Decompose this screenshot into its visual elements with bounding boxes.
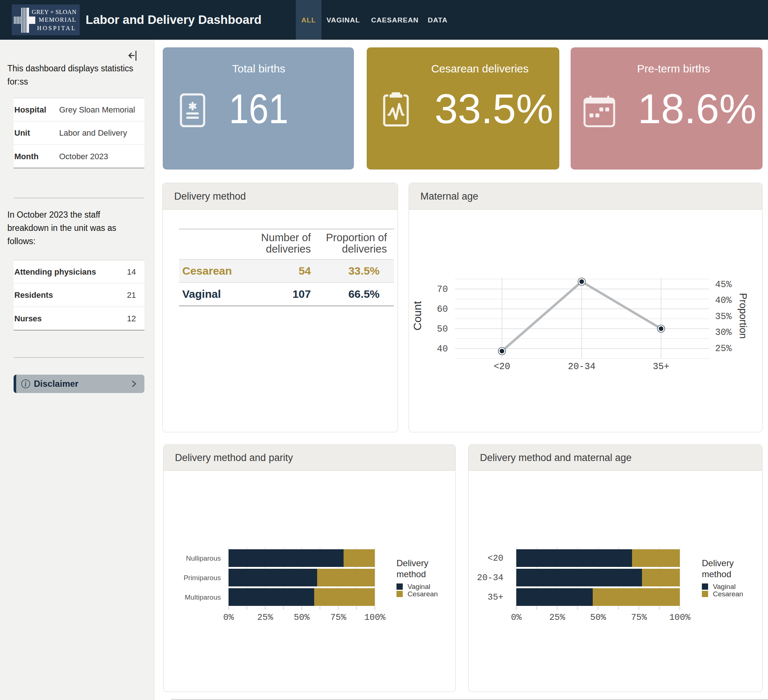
svg-text:HOSPITAL: HOSPITAL xyxy=(37,25,77,32)
svg-text:Multiparous: Multiparous xyxy=(185,593,221,601)
svg-text:50: 50 xyxy=(437,324,448,335)
svg-text:75%: 75% xyxy=(631,612,647,622)
svg-text:Vaginal: Vaginal xyxy=(713,583,736,590)
svg-text:45%: 45% xyxy=(715,279,732,290)
svg-text:25%: 25% xyxy=(257,612,274,622)
svg-text:Count: Count xyxy=(411,301,423,330)
svg-text:Proportion: Proportion xyxy=(738,293,749,339)
svg-text:50%: 50% xyxy=(294,612,310,622)
svg-text:60: 60 xyxy=(437,304,448,315)
svg-text:Nulliparous: Nulliparous xyxy=(186,554,221,562)
svg-text:100%: 100% xyxy=(364,612,386,622)
svg-text:Delivery: Delivery xyxy=(702,558,734,568)
svg-text:method: method xyxy=(702,569,731,579)
svg-text:25%: 25% xyxy=(715,343,732,354)
svg-text:<20: <20 xyxy=(488,553,503,563)
svg-text:GREY + SLOAN: GREY + SLOAN xyxy=(32,8,77,16)
svg-text:40: 40 xyxy=(437,344,448,354)
svg-text:0%: 0% xyxy=(223,612,234,622)
svg-text:70: 70 xyxy=(437,284,448,295)
svg-text:Primiparous: Primiparous xyxy=(184,574,221,581)
svg-text:Delivery: Delivery xyxy=(397,558,429,568)
svg-text:30%: 30% xyxy=(715,327,732,338)
svg-text:MEMORIAL: MEMORIAL xyxy=(38,16,77,23)
svg-text:35%: 35% xyxy=(715,311,732,322)
svg-text:35+: 35+ xyxy=(653,361,669,372)
svg-text:<20: <20 xyxy=(493,361,510,372)
svg-text:20-34: 20-34 xyxy=(477,573,503,583)
svg-text:75%: 75% xyxy=(330,612,347,622)
svg-text:40%: 40% xyxy=(715,295,732,306)
svg-text:Cesarean: Cesarean xyxy=(713,590,743,598)
svg-text:0%: 0% xyxy=(511,612,522,622)
svg-text:35+: 35+ xyxy=(488,592,503,602)
svg-text:Vaginal: Vaginal xyxy=(408,583,430,590)
svg-text:method: method xyxy=(397,569,426,579)
svg-text:25%: 25% xyxy=(549,612,566,622)
svg-text:Cesarean: Cesarean xyxy=(408,590,438,598)
svg-text:20-34: 20-34 xyxy=(568,361,595,372)
svg-text:50%: 50% xyxy=(590,612,606,622)
svg-text:100%: 100% xyxy=(669,612,690,622)
